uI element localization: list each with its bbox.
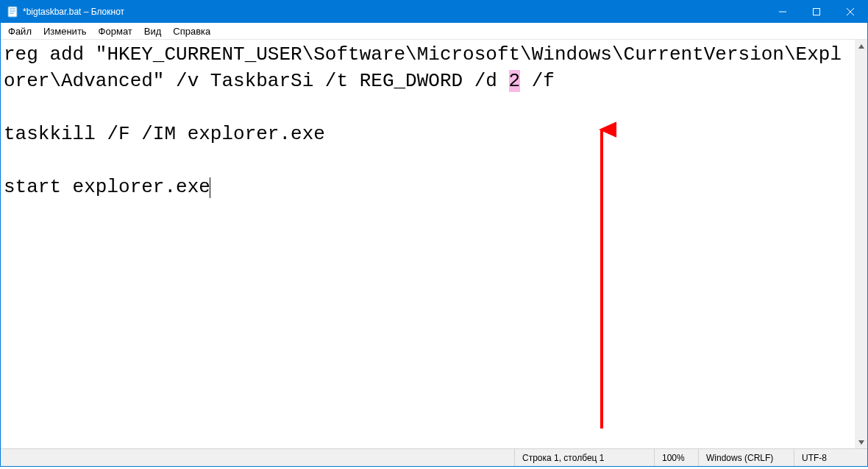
menu-edit[interactable]: Изменить	[38, 24, 93, 38]
svg-rect-0	[8, 7, 17, 17]
scroll-down-button[interactable]	[855, 436, 867, 448]
status-zoom: 100%	[654, 449, 698, 466]
status-encoding: UTF-8	[794, 449, 867, 466]
menu-help[interactable]: Справка	[167, 24, 216, 38]
editor-area: reg add "HKEY_CURRENT_USER\Software\Micr…	[1, 39, 867, 448]
text-editor[interactable]: reg add "HKEY_CURRENT_USER\Software\Micr…	[1, 40, 855, 448]
status-position: Строка 1, столбец 1	[514, 449, 654, 466]
scroll-track[interactable]	[855, 52, 867, 436]
scroll-up-icon	[858, 44, 864, 49]
editor-text-seg2: /f	[520, 70, 555, 92]
menu-format[interactable]: Формат	[93, 24, 138, 38]
notepad-icon	[7, 6, 18, 18]
minimize-button[interactable]	[766, 1, 800, 23]
vertical-scrollbar[interactable]	[855, 40, 867, 448]
svg-marker-9	[858, 440, 864, 445]
menu-file[interactable]: Файл	[2, 24, 38, 38]
svg-marker-8	[858, 44, 864, 49]
maximize-button[interactable]	[800, 1, 833, 23]
window-title: *bigtaskbar.bat – Блокнот	[23, 7, 766, 17]
highlighted-value: 2	[509, 70, 521, 92]
close-button[interactable]	[833, 1, 867, 23]
minimize-icon	[779, 8, 786, 15]
editor-text-line3: start explorer.exe	[4, 176, 210, 198]
close-icon	[847, 8, 854, 15]
scroll-up-button[interactable]	[855, 40, 867, 52]
editor-text-seg1: reg add "HKEY_CURRENT_USER\Software\Micr…	[4, 43, 842, 92]
window-controls	[766, 1, 867, 23]
notepad-window: *bigtaskbar.bat – Блокнот Файл Изменить …	[0, 0, 868, 467]
menu-view[interactable]: Вид	[138, 24, 168, 38]
status-spacer	[1, 449, 514, 466]
menubar: Файл Изменить Формат Вид Справка	[1, 23, 867, 39]
svg-rect-5	[814, 9, 820, 15]
scroll-down-icon	[858, 440, 864, 445]
status-eol: Windows (CRLF)	[698, 449, 794, 466]
text-cursor	[210, 177, 210, 198]
statusbar: Строка 1, столбец 1 100% Windows (CRLF) …	[1, 448, 867, 466]
editor-text-line2: taskkill /F /IM explorer.exe	[4, 123, 325, 145]
titlebar[interactable]: *bigtaskbar.bat – Блокнот	[1, 1, 867, 23]
maximize-icon	[813, 8, 820, 15]
